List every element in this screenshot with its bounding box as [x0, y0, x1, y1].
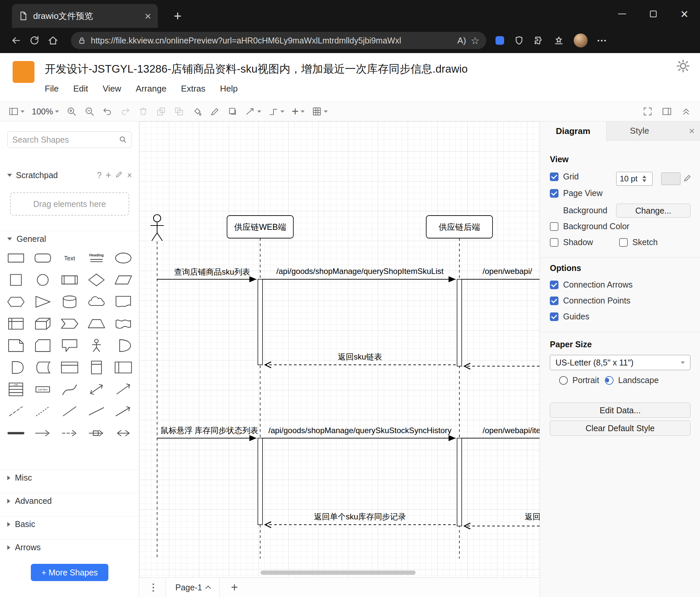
lifeline-box-web[interactable]: 供应链WEB端: [227, 216, 293, 238]
browser-menu-icon[interactable]: [598, 40, 606, 42]
insert-dropdown[interactable]: [290, 103, 306, 119]
shape-dashed-arrow[interactable]: [56, 423, 83, 443]
shape-diamond[interactable]: [83, 270, 110, 290]
menu-arrange[interactable]: Arrange: [136, 83, 167, 94]
page-view-checkbox[interactable]: [550, 189, 558, 198]
shape-cloud[interactable]: [83, 292, 110, 312]
shape-actor[interactable]: [83, 336, 110, 356]
shape-line[interactable]: [56, 401, 83, 421]
read-aloud-icon[interactable]: [457, 35, 466, 46]
shape-text[interactable]: Text: [56, 248, 83, 268]
shape-rectangle[interactable]: [3, 248, 29, 268]
shape-trapezoid[interactable]: [83, 314, 110, 334]
minimize-button[interactable]: [606, 0, 638, 28]
section-misc[interactable]: Misc: [0, 470, 139, 485]
tab-style[interactable]: Style: [606, 121, 673, 141]
refresh-button[interactable]: [25, 31, 44, 50]
shape-ellipse[interactable]: [110, 248, 136, 268]
menu-view[interactable]: View: [103, 83, 121, 94]
collections-icon[interactable]: [554, 35, 564, 45]
home-button[interactable]: [44, 31, 62, 50]
sketch-checkbox[interactable]: [619, 238, 628, 247]
shape-diagonal-line[interactable]: [83, 401, 110, 421]
connection-arrows-checkbox[interactable]: [550, 281, 558, 289]
table-dropdown[interactable]: [310, 103, 330, 119]
scratchpad-close-icon[interactable]: [127, 170, 132, 180]
shape-or[interactable]: [110, 336, 136, 356]
shape-list-item[interactable]: List Item: [29, 379, 56, 399]
shape-rounded-rectangle[interactable]: [29, 248, 56, 268]
grid-checkbox[interactable]: [550, 172, 558, 181]
shape-bidirectional-horizontal-arrow[interactable]: [110, 423, 136, 443]
shadow-checkbox[interactable]: [550, 238, 558, 247]
connection-style-dropdown[interactable]: [243, 103, 263, 119]
shape-cylinder[interactable]: [56, 292, 83, 312]
browser-essentials-icon[interactable]: [496, 36, 504, 45]
horizontal-scrollbar[interactable]: [260, 571, 416, 575]
delete-button[interactable]: [136, 103, 150, 119]
shape-triangle[interactable]: [29, 292, 56, 312]
shape-curve[interactable]: [56, 379, 83, 399]
shape-step[interactable]: [56, 314, 83, 334]
background-color-checkbox[interactable]: [550, 222, 558, 231]
redo-button[interactable]: [118, 103, 132, 119]
add-page-button[interactable]: +: [231, 580, 238, 594]
section-basic[interactable]: Basic: [0, 516, 139, 532]
extensions-puzzle-icon[interactable]: [534, 35, 544, 45]
to-front-button[interactable]: [154, 103, 168, 119]
actor-figure[interactable]: [150, 215, 164, 241]
clear-default-style-button[interactable]: Clear Default Style: [550, 421, 691, 436]
shape-labeled-arrow[interactable]: [83, 423, 110, 443]
change-background-button[interactable]: Change...: [616, 204, 691, 218]
format-panel-toggle[interactable]: [659, 103, 674, 119]
fullscreen-button[interactable]: [640, 103, 655, 119]
shape-parallelogram[interactable]: [110, 270, 136, 290]
shape-link[interactable]: [3, 423, 29, 443]
shape-circle[interactable]: [29, 270, 56, 290]
landscape-radio[interactable]: [605, 376, 614, 385]
edit-color-icon[interactable]: [683, 174, 692, 184]
pages-menu-icon[interactable]: [147, 583, 160, 592]
activation-bar[interactable]: [457, 279, 462, 366]
shape-horizontal-pool[interactable]: [110, 358, 136, 378]
section-general[interactable]: General: [0, 231, 139, 247]
line-color-button[interactable]: [207, 103, 222, 119]
section-advanced[interactable]: Advanced: [0, 493, 139, 509]
grid-color-swatch[interactable]: [661, 172, 680, 185]
grid-size-stepper[interactable]: [642, 175, 646, 182]
shape-arrow[interactable]: [29, 423, 56, 443]
browser-tab[interactable]: drawio文件预览: [12, 4, 158, 28]
portrait-radio[interactable]: [559, 376, 568, 385]
shape-internal-storage[interactable]: [3, 314, 29, 334]
undo-button[interactable]: [100, 103, 115, 119]
grid-size-input[interactable]: [617, 174, 642, 184]
scratchpad-edit-icon[interactable]: [115, 170, 123, 180]
zoom-dropdown[interactable]: 100%: [30, 103, 61, 119]
profile-avatar[interactable]: [574, 33, 588, 47]
shape-data-storage[interactable]: [29, 358, 56, 378]
shape-vertical-container[interactable]: [83, 358, 110, 378]
zoom-out-button[interactable]: [82, 103, 97, 119]
close-window-button[interactable]: [669, 0, 700, 28]
menu-edit[interactable]: Edit: [73, 83, 88, 94]
shape-heading[interactable]: Heading: [83, 248, 110, 268]
edit-data-button[interactable]: Edit Data...: [550, 403, 691, 418]
activation-bar[interactable]: [258, 438, 262, 525]
address-bar[interactable]: https://file.kkview.cn/onlinePreview?url…: [71, 32, 486, 49]
maximize-button[interactable]: [638, 0, 669, 28]
shape-process[interactable]: [56, 270, 83, 290]
close-panel-icon[interactable]: [689, 125, 695, 137]
shape-note[interactable]: [3, 336, 29, 356]
shape-bidirectional-arrow[interactable]: [83, 379, 110, 399]
collapse-chevron-icon[interactable]: [7, 174, 12, 177]
guides-checkbox[interactable]: [550, 312, 558, 321]
shape-dashed-line[interactable]: [3, 401, 29, 421]
paper-size-select[interactable]: US-Letter (8,5" x 11"): [550, 355, 691, 370]
menu-help[interactable]: Help: [220, 83, 238, 94]
connection-points-checkbox[interactable]: [550, 296, 558, 305]
to-back-button[interactable]: [172, 103, 186, 119]
fill-color-button[interactable]: [190, 103, 204, 119]
page-view-dropdown[interactable]: [7, 103, 26, 119]
shape-container[interactable]: [56, 358, 83, 378]
menu-extras[interactable]: Extras: [181, 83, 205, 94]
